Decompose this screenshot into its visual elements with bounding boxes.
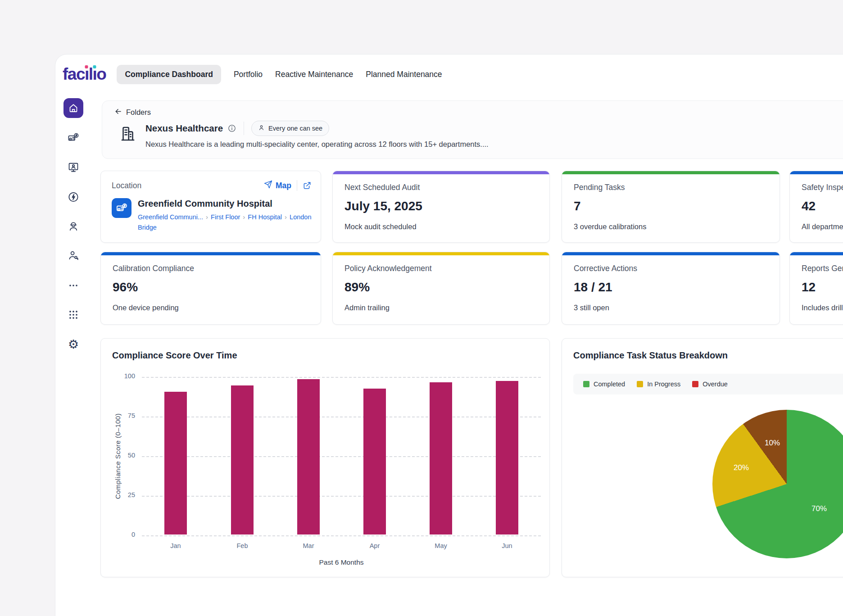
pie-chart-title: Compliance Task Status Breakdown [573, 350, 728, 361]
stat-subtext: 3 still open [574, 303, 609, 312]
stat-value: 42 [802, 199, 816, 213]
legend-swatch [583, 381, 589, 387]
breadcrumb-item[interactable]: Greenfield Communi... [138, 213, 203, 221]
bar-rect [496, 381, 518, 534]
pie-slice-label-completed: 70% [811, 504, 827, 513]
x-axis-tick: Apr [361, 542, 388, 549]
gridline [142, 417, 541, 417]
breadcrumb: Greenfield Communi...›First Floor›FH Hos… [138, 212, 321, 233]
page-background: facılıo Compliance Dashboard Portfolio R… [0, 0, 843, 616]
person-icon [258, 124, 265, 132]
stat-subtext: One device pending [113, 303, 179, 312]
stat-card-pending-tasks: Pending Tasks 7 3 overdue calibrations [562, 171, 780, 243]
chevron-right-icon: › [243, 213, 245, 221]
sidebar-item-apps[interactable] [68, 309, 79, 321]
sidebar-item-kiosk[interactable] [68, 161, 80, 173]
nav-tab-planned-maintenance[interactable]: Planned Maintenance [366, 70, 442, 79]
stat-label: Corrective Actions [574, 264, 637, 273]
sidebar-item-settings[interactable]: ⚙ [68, 338, 79, 350]
x-axis-tick: Jan [162, 542, 189, 549]
back-label: Folders [126, 108, 151, 117]
bar-rect [363, 389, 386, 534]
home-icon [68, 103, 79, 113]
legend-label: In Progress [647, 380, 680, 388]
bar-chart-title: Compliance Score Over Time [112, 350, 237, 361]
actions-divider [297, 180, 297, 191]
card-accent-bar [790, 252, 843, 255]
stat-subtext: 3 overdue calibrations [574, 222, 646, 231]
sidebar-item-vendors[interactable] [68, 249, 80, 262]
x-axis-tick: Mar [295, 542, 322, 549]
stat-subtext: All departments [802, 222, 843, 231]
pie-slice-label-in-progress: 20% [734, 463, 749, 472]
external-link-icon[interactable] [303, 181, 312, 190]
stat-subtext: Mock audit scheduled [344, 222, 417, 231]
nav-tab-reactive-maintenance[interactable]: Reactive Maintenance [275, 70, 353, 79]
x-axis-tick: Feb [229, 542, 256, 549]
breadcrumb-item[interactable]: FH Hospital [248, 213, 282, 221]
card-accent-bar [333, 252, 549, 255]
stat-card-policy-acknowledgement: Policy Acknowledgement 89% Admin trailin… [332, 252, 550, 325]
stat-card-corrective-actions: Corrective Actions 18 / 21 3 still open [562, 252, 780, 325]
ellipsis-icon [68, 280, 79, 291]
stat-card-calibration-compliance: Calibration Compliance 96% One device pe… [100, 252, 321, 325]
breadcrumb-item[interactable]: First Floor [211, 213, 240, 221]
truck-dollar-icon [68, 132, 80, 144]
stat-label: Next Scheduled Audit [344, 183, 420, 192]
legend-label: Overdue [702, 380, 728, 388]
pie-slice-label-overdue: 10% [765, 439, 780, 448]
sidebar-item-more[interactable] [68, 280, 79, 291]
legend-label: Completed [594, 380, 625, 388]
stat-subtext: Admin trailing [344, 303, 390, 312]
gridline [142, 496, 541, 497]
legend-item-in-progress: In Progress [637, 380, 680, 388]
stat-card-reports-generated: Reports Generated 12 Includes drill repo… [789, 252, 843, 325]
info-icon[interactable] [227, 124, 236, 133]
x-axis-tick: Jun [494, 542, 521, 549]
pie [712, 410, 843, 558]
location-name: Greenfield Community Hospital [138, 199, 321, 209]
stat-subtext: Includes drill reports [802, 303, 843, 312]
entity-header-panel: Folders Nexus Healthcare Every one can s… [102, 100, 843, 159]
top-navigation: facılıo Compliance Dashboard Portfolio R… [55, 54, 442, 94]
header-divider [244, 122, 244, 135]
map-link[interactable]: Map [264, 180, 291, 191]
app-container: facılıo Compliance Dashboard Portfolio R… [55, 54, 843, 616]
nav-tab-compliance-dashboard[interactable]: Compliance Dashboard [117, 65, 221, 84]
location-card: Location Map Greenfie [100, 171, 321, 243]
nav-tabs: Compliance Dashboard Portfolio Reactive … [117, 65, 442, 84]
card-accent-bar [562, 171, 780, 174]
worker-icon [68, 220, 80, 232]
sidebar-item-assets[interactable] [68, 132, 80, 144]
bar-chart-card: Compliance Score Over Time 100 75 50 25 … [100, 338, 550, 577]
card-accent-bar [790, 171, 843, 174]
chevron-right-icon: › [285, 213, 287, 221]
card-accent-bar [562, 252, 780, 255]
y-axis-label: Compliance Score (0–100) [114, 413, 122, 499]
map-link-label: Map [276, 181, 291, 190]
card-accent-bar [101, 252, 321, 255]
legend-item-overdue: Overdue [692, 380, 728, 388]
x-axis-tick: May [427, 542, 454, 549]
send-icon [264, 180, 272, 191]
stat-card-safety-inspections: Safety Inspections 42 All departments [789, 171, 843, 243]
sidebar-item-home[interactable] [63, 98, 83, 118]
card-accent-bar [333, 171, 549, 174]
entity-description: Nexus Healthcare is a leading multi-spec… [145, 140, 489, 149]
x-axis-label: Past 6 Months [142, 558, 541, 566]
stat-value: 89% [344, 280, 370, 294]
stat-label: Pending Tasks [574, 183, 625, 192]
stat-value: 18 / 21 [574, 280, 612, 294]
location-card-label: Location [112, 181, 141, 190]
stat-card-next-scheduled-audit: Next Scheduled Audit July 15, 2025 Mock … [332, 171, 550, 243]
back-to-folders[interactable]: Folders [114, 107, 151, 118]
nav-tab-portfolio[interactable]: Portfolio [234, 70, 263, 79]
sidebar-item-energy[interactable] [68, 191, 80, 203]
chevron-right-icon: › [206, 213, 208, 221]
gridline [142, 456, 541, 457]
bar-rect [430, 382, 452, 534]
stat-label: Calibration Compliance [113, 264, 194, 273]
legend-swatch [637, 381, 643, 387]
visibility-badge-label: Every one can see [268, 125, 322, 132]
sidebar-item-workforce[interactable] [68, 220, 80, 232]
